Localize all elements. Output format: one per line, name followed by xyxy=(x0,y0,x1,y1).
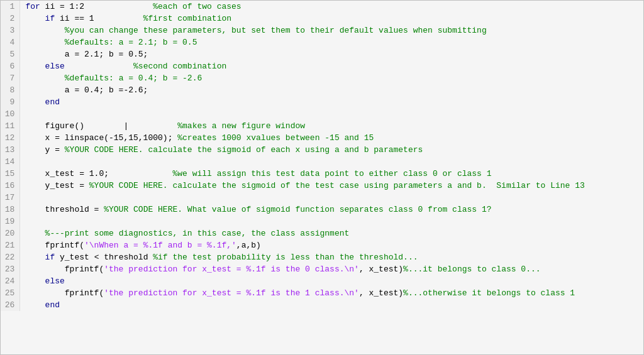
line-content: threshold = %YOUR CODE HERE. What value … xyxy=(20,204,643,216)
table-row: 26 end xyxy=(1,299,643,311)
line-content: %defaults: a = 0.4; b = -2.6 xyxy=(20,72,643,84)
line-number: 20 xyxy=(1,227,20,239)
table-row: 19 xyxy=(1,216,643,227)
line-content: end xyxy=(20,96,643,108)
line-content xyxy=(20,216,643,227)
line-number: 26 xyxy=(1,299,20,311)
line-content xyxy=(20,192,643,204)
line-content: y = %YOUR CODE HERE. calculate the sigmo… xyxy=(20,144,643,156)
line-content: %you can change these parameters, but se… xyxy=(20,25,643,36)
line-content: x_test = 1.0; %we will assign this test … xyxy=(20,168,643,180)
line-content: %defaults: a = 2.1; b = 0.5 xyxy=(20,36,643,48)
line-number: 7 xyxy=(1,72,20,84)
table-row: 11 figure() | %makes a new figure window xyxy=(1,120,643,132)
table-row: 18 threshold = %YOUR CODE HERE. What val… xyxy=(1,204,643,216)
line-content: for ii = 1:2 %each of two cases xyxy=(20,1,643,13)
line-content: y_test = %YOUR CODE HERE. calculate the … xyxy=(20,180,643,192)
line-number: 8 xyxy=(1,84,20,96)
line-number: 23 xyxy=(1,263,20,275)
line-number: 17 xyxy=(1,192,20,204)
table-row: 25 fprintf('the prediction for x_test = … xyxy=(1,287,643,299)
line-content: end xyxy=(20,299,643,311)
table-row: 3 %you can change these parameters, but … xyxy=(1,25,643,36)
line-number: 1 xyxy=(1,1,20,13)
line-content: %---print some diagnostics, in this case… xyxy=(20,227,643,239)
table-row: 13 y = %YOUR CODE HERE. calculate the si… xyxy=(1,144,643,156)
line-content: if ii == 1 %first combination xyxy=(20,13,643,25)
line-content: else xyxy=(20,275,643,287)
line-number: 19 xyxy=(1,216,20,227)
table-row: 16 y_test = %YOUR CODE HERE. calculate t… xyxy=(1,180,643,192)
table-row: 4 %defaults: a = 2.1; b = 0.5 xyxy=(1,36,643,48)
table-row: 5 a = 2.1; b = 0.5; xyxy=(1,48,643,60)
table-row: 8 a = 0.4; b =-2.6; xyxy=(1,84,643,96)
line-content: a = 2.1; b = 0.5; xyxy=(20,48,643,60)
line-number: 6 xyxy=(1,60,20,72)
table-row: 10 xyxy=(1,108,643,120)
table-row: 7 %defaults: a = 0.4; b = -2.6 xyxy=(1,72,643,84)
line-number: 11 xyxy=(1,120,20,132)
line-content: if y_test < threshold %if the test proba… xyxy=(20,251,643,263)
line-number: 21 xyxy=(1,239,20,251)
line-content: figure() | %makes a new figure window xyxy=(20,120,643,132)
line-content: x = linspace(-15,15,1000); %creates 1000… xyxy=(20,132,643,144)
table-row: 2 if ii == 1 %first combination xyxy=(1,13,643,25)
table-row: 22 if y_test < threshold %if the test pr… xyxy=(1,251,643,263)
line-number: 4 xyxy=(1,36,20,48)
line-number: 24 xyxy=(1,275,20,287)
line-number: 2 xyxy=(1,13,20,25)
table-row: 23 fprintf('the prediction for x_test = … xyxy=(1,263,643,275)
table-row: 1 for ii = 1:2 %each of two cases xyxy=(1,1,643,13)
code-editor: 1 for ii = 1:2 %each of two cases 2 if i… xyxy=(0,0,644,355)
table-row: 21 fprintf('\nWhen a = %.1f and b = %.1f… xyxy=(1,239,643,251)
table-row: 9 end xyxy=(1,96,643,108)
line-number: 13 xyxy=(1,144,20,156)
line-number: 15 xyxy=(1,168,20,180)
line-content: fprintf('the prediction for x_test = %.1… xyxy=(20,287,643,299)
table-row: 6 else %second combination xyxy=(1,60,643,72)
line-content xyxy=(20,156,643,168)
table-row: 20 %---print some diagnostics, in this c… xyxy=(1,227,643,239)
table-row: 17 xyxy=(1,192,643,204)
table-row: 24 else xyxy=(1,275,643,287)
line-content: fprintf('the prediction for x_test = %.1… xyxy=(20,263,643,275)
line-content: else %second combination xyxy=(20,60,643,72)
line-content: a = 0.4; b =-2.6; xyxy=(20,84,643,96)
table-row: 15 x_test = 1.0; %we will assign this te… xyxy=(1,168,643,180)
table-row: 14 xyxy=(1,156,643,168)
table-row: 12 x = linspace(-15,15,1000); %creates 1… xyxy=(1,132,643,144)
line-number: 12 xyxy=(1,132,20,144)
line-content xyxy=(20,108,643,120)
line-content: fprintf('\nWhen a = %.1f and b = %.1f,',… xyxy=(20,239,643,251)
line-number: 9 xyxy=(1,96,20,108)
line-number: 22 xyxy=(1,251,20,263)
line-number: 5 xyxy=(1,48,20,60)
line-number: 25 xyxy=(1,287,20,299)
line-number: 14 xyxy=(1,156,20,168)
line-number: 18 xyxy=(1,204,20,216)
line-number: 10 xyxy=(1,108,20,120)
line-number: 3 xyxy=(1,25,20,36)
line-number: 16 xyxy=(1,180,20,192)
